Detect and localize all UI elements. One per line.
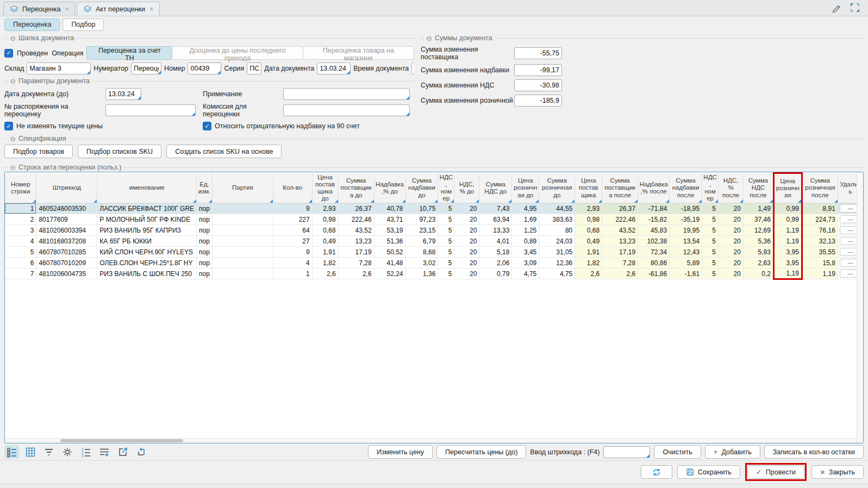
table-cell[interactable]: 7 — [5, 268, 36, 279]
column-header-4[interactable]: Ед. изм. — [197, 173, 213, 203]
list-view-icon[interactable] — [4, 445, 19, 459]
column-header-15[interactable]: Сумма розничная до — [539, 173, 575, 203]
write-qty-button[interactable]: Записать в кол-во остатки — [764, 445, 864, 459]
column-header-12[interactable]: НДС, % до — [454, 173, 479, 203]
column-header-11[interactable]: НДС, номер — [438, 173, 454, 203]
sum-value-4[interactable] — [514, 95, 562, 107]
table-cell[interactable]: 5 — [438, 268, 454, 279]
numbered-list-icon[interactable]: 123 — [78, 445, 93, 459]
close-icon[interactable]: × — [65, 5, 69, 13]
table-cell[interactable]: 7,28 — [602, 258, 638, 268]
table-cell[interactable]: 5 — [702, 203, 719, 214]
post-button[interactable]: ✓ Провести — [747, 465, 804, 479]
table-cell[interactable]: 5 — [438, 258, 454, 268]
table-cell[interactable]: 4810206004735 — [36, 268, 97, 279]
barcode-input[interactable] — [603, 446, 650, 458]
table-cell[interactable]: 3,02 — [405, 258, 438, 268]
horizontal-scrollbar[interactable] — [5, 438, 857, 443]
table-cell[interactable]: КА 65Г РБ ЮККИ — [97, 236, 197, 247]
export-icon[interactable] — [115, 445, 130, 459]
table-cell[interactable]: 227 — [273, 214, 312, 225]
table-cell[interactable]: 4,75 — [512, 268, 539, 279]
table-cell[interactable]: 5,18 — [479, 247, 512, 258]
edit-price-button[interactable]: Изменить цену — [368, 445, 433, 459]
column-header-1[interactable]: Номер строки — [5, 173, 36, 203]
table-cell[interactable]: 97,23 — [405, 214, 438, 225]
table-cell[interactable]: 0,89 — [512, 236, 539, 247]
close-button[interactable]: × Закрыть — [811, 465, 864, 479]
add-button[interactable]: +Добавить — [705, 445, 760, 459]
table-cell[interactable]: 5 — [702, 236, 719, 247]
table-cell[interactable]: 20 — [719, 247, 744, 258]
table-row[interactable]: 14605246003530ЛАССИК БРЕКФАСТ 100Г GREпо… — [5, 203, 863, 214]
column-header-10[interactable]: Сумма надбавки до — [405, 173, 438, 203]
column-header-18[interactable]: Надбавка ,% после — [638, 173, 670, 203]
table-cell[interactable]: 20 — [454, 225, 479, 236]
table-cell[interactable]: 63,94 — [479, 214, 512, 225]
table-cell[interactable]: ОЛЕВ.СЛОН ЧЕРН.25*1.8Г HY — [97, 258, 197, 268]
table-cell[interactable]: 5 — [438, 225, 454, 236]
table-cell[interactable]: 45,83 — [638, 225, 670, 236]
table-cell[interactable]: 20 — [454, 247, 479, 258]
sum-value-3[interactable] — [514, 79, 562, 91]
column-header-7[interactable]: Цена поставщика до — [312, 173, 338, 203]
column-header-21[interactable]: НДС, % после — [719, 173, 744, 203]
table-cell[interactable]: пор — [197, 203, 213, 214]
negative-markup-checkbox[interactable]: ✓ — [203, 122, 211, 130]
table-cell[interactable]: 2,63 — [743, 258, 773, 268]
table-cell[interactable]: -1,61 — [670, 268, 702, 279]
table-cell[interactable]: 3 — [5, 225, 36, 236]
table-cell[interactable]: 64 — [273, 225, 312, 236]
table-cell[interactable]: 32,13 — [802, 236, 838, 247]
table-cell[interactable] — [212, 236, 273, 247]
collapse-icon[interactable]: ⊖ — [426, 35, 432, 42]
commission-input[interactable] — [283, 104, 410, 116]
table-cell[interactable]: 43,71 — [374, 214, 405, 225]
table-cell[interactable]: РИЗ ВАНИЛЬ С ШОК.ПЕЧ 250 — [97, 268, 197, 279]
doc-date-input[interactable] — [317, 62, 351, 74]
table-cell[interactable]: 4,01 — [479, 236, 512, 247]
table-cell[interactable]: 20 — [719, 236, 744, 247]
column-header-9[interactable]: Надбавка ,% до — [374, 173, 405, 203]
column-header-19[interactable]: Сумма надбавки после — [670, 173, 702, 203]
doc-tab-akt-pereocenki[interactable]: Акт переоценки × — [77, 2, 160, 16]
table-cell[interactable]: 12,36 — [539, 258, 575, 268]
table-cell[interactable]: КИЙ СЛОН ЧЕРН.90Г HYLEYS — [97, 247, 197, 258]
table-cell[interactable]: 222,46 — [602, 214, 638, 225]
table-cell[interactable]: 2,06 — [479, 258, 512, 268]
table-cell[interactable]: 80 — [539, 225, 575, 236]
table-cell[interactable]: 52,24 — [374, 268, 405, 279]
table-cell[interactable]: -18,95 — [670, 203, 702, 214]
table-cell[interactable]: 5 — [702, 268, 719, 279]
table-cell[interactable]: 6,79 — [405, 236, 438, 247]
proveden-checkbox[interactable]: ✓ — [4, 49, 13, 58]
table-cell[interactable]: 31,05 — [539, 247, 575, 258]
table-cell[interactable]: 5,89 — [670, 258, 702, 268]
table-cell[interactable]: пор — [197, 236, 213, 247]
table-cell[interactable]: 4 — [5, 236, 36, 247]
refresh-button[interactable] — [641, 465, 672, 479]
table-cell[interactable] — [212, 203, 273, 214]
table-cell[interactable]: пор — [197, 214, 213, 225]
table-cell[interactable]: 13,33 — [479, 225, 512, 236]
table-cell[interactable]: 5 — [438, 203, 454, 214]
column-header-22[interactable]: Сумма НДС после — [743, 173, 773, 203]
table-cell[interactable]: 1,91 — [575, 247, 602, 258]
table-cell[interactable]: 76,16 — [802, 225, 838, 236]
table-cell[interactable]: ЛАССИК БРЕКФАСТ 100Г GRE — [97, 203, 197, 214]
collapse-icon[interactable]: ⊖ — [10, 164, 16, 171]
spec-button-3[interactable]: Создать список SKU на основе — [166, 145, 282, 158]
table-row[interactable]: 64607807010209ОЛЕВ.СЛОН ЧЕРН.25*1.8Г HYп… — [5, 258, 863, 268]
table-cell[interactable]: 41,48 — [374, 258, 405, 268]
table-cell[interactable]: -71,84 — [638, 203, 670, 214]
table-cell[interactable]: 1 — [273, 268, 312, 279]
column-header-14[interactable]: Цена розничная до — [512, 173, 539, 203]
table-cell[interactable] — [212, 258, 273, 268]
table-cell[interactable]: 1,91 — [312, 247, 338, 258]
table-cell[interactable] — [212, 247, 273, 258]
table-cell[interactable]: -15,82 — [638, 214, 670, 225]
table-cell[interactable]: 3,95 — [773, 258, 802, 268]
filter-icon[interactable] — [41, 445, 56, 459]
warehouse-input[interactable] — [27, 62, 91, 74]
add-lines-icon[interactable] — [97, 445, 111, 459]
